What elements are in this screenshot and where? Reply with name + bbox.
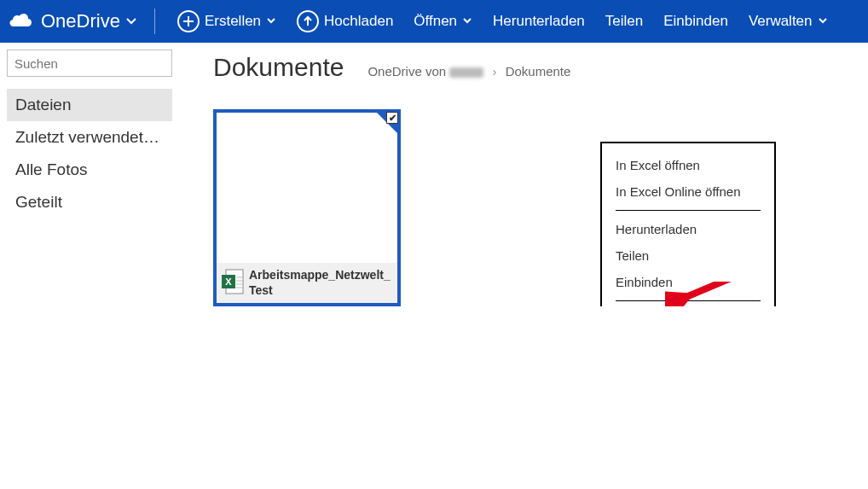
search-input[interactable]: [8, 50, 171, 76]
onedrive-cloud-icon: [9, 10, 34, 32]
embed-button[interactable]: Einbinden: [663, 13, 728, 30]
context-menu: In Excel öffnen In Excel Online öffnen H…: [600, 142, 776, 306]
create-button[interactable]: Erstellen: [177, 10, 276, 32]
ctx-download[interactable]: Herunterladen: [602, 216, 774, 242]
sidebar-item-shared[interactable]: Geteilt: [7, 186, 172, 218]
upload-circle-icon: [297, 10, 319, 32]
ctx-share[interactable]: Teilen: [602, 242, 774, 269]
ctx-open-excel[interactable]: In Excel öffnen: [602, 152, 774, 178]
brand-menu-caret-icon[interactable]: [125, 10, 137, 32]
main-area: Dokumente OneDrive von › Dokumente ✔: [179, 43, 868, 306]
brand[interactable]: OneDrive: [9, 10, 137, 32]
sidebar-item-photos[interactable]: Alle Fotos: [7, 154, 172, 186]
file-thumbnail: ✔: [217, 113, 397, 263]
file-tile[interactable]: ✔ X Arbeitsmappe_Netzwelt_Test: [213, 109, 401, 306]
page-title: Dokumente: [213, 53, 344, 82]
download-button[interactable]: Herunterladen: [493, 13, 585, 30]
toolbar-divider: [154, 9, 155, 34]
sidebar: Dateien Zuletzt verwendete Dokumente All…: [0, 43, 179, 306]
brand-name: OneDrive: [41, 10, 120, 32]
svg-text:X: X: [225, 277, 232, 287]
selection-checkmark[interactable]: ✔: [375, 111, 399, 135]
excel-file-icon: X: [222, 269, 244, 297]
breadcrumb: OneDrive von › Dokumente: [367, 64, 570, 79]
redacted-username: [449, 67, 483, 78]
open-button[interactable]: Öffnen: [414, 13, 472, 30]
breadcrumb-root[interactable]: OneDrive von: [367, 64, 483, 79]
file-name: Arbeitsmappe_Netzwelt_Test: [249, 268, 392, 298]
ctx-divider: [616, 300, 761, 301]
manage-button[interactable]: Verwalten: [749, 13, 828, 30]
breadcrumb-current: Dokumente: [506, 64, 571, 79]
search-box[interactable]: [7, 49, 172, 77]
chevron-right-icon: ›: [492, 64, 496, 79]
ctx-open-excel-online[interactable]: In Excel Online öffnen: [602, 178, 774, 205]
sidebar-item-recent[interactable]: Zuletzt verwendete Dokumente: [7, 121, 172, 154]
sidebar-item-files[interactable]: Dateien: [7, 89, 172, 121]
ctx-divider: [616, 210, 761, 211]
plus-circle-icon: [177, 10, 200, 32]
caret-down-icon: [266, 13, 276, 30]
upload-button[interactable]: Hochladen: [297, 10, 393, 32]
top-toolbar: OneDrive Erstellen Hochladen Öffnen Heru…: [0, 0, 868, 43]
file-label-bar: X Arbeitsmappe_Netzwelt_Test: [217, 263, 397, 303]
ctx-embed[interactable]: Einbinden: [602, 269, 774, 295]
caret-down-icon: [818, 13, 828, 30]
share-button[interactable]: Teilen: [605, 13, 643, 30]
check-icon: ✔: [386, 112, 398, 124]
caret-down-icon: [462, 13, 472, 30]
